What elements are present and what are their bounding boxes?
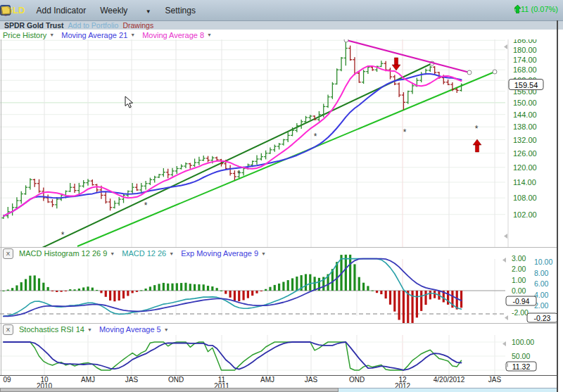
ma21-dropdown[interactable]: Moving Average 21▼ [61, 31, 135, 39]
ohlc-bars [1, 41, 463, 219]
chevron-down-icon[interactable]: ▼ [207, 32, 212, 37]
svg-text:10.00: 10.00 [534, 258, 552, 266]
add-to-portfolio-link[interactable]: Add to Portfolio [68, 21, 119, 30]
drawings-link[interactable]: Drawings [122, 21, 153, 30]
stoch-axis: 100.0050.0011.32 [502, 338, 536, 371]
svg-text:120.00: 120.00 [513, 163, 537, 172]
price-panel-header: Price History▼ Moving Average 21▼ Moving… [3, 30, 510, 39]
coins-icon[interactable] [223, 4, 235, 16]
ema9-dropdown[interactable]: Exp Moving Average 9▼ [181, 249, 266, 258]
svg-text:186.00: 186.00 [513, 39, 537, 44]
svg-text:114.00: 114.00 [513, 178, 536, 186]
svg-text:50.00: 50.00 [512, 352, 530, 360]
macd-histogram [2, 255, 462, 324]
camera-icon[interactable] [276, 4, 288, 16]
svg-text:132.00: 132.00 [513, 136, 537, 144]
time-scrollbar-thumb[interactable] [0, 388, 339, 392]
svg-text:8.00: 8.00 [534, 269, 549, 277]
chevron-down-icon[interactable]: ▼ [130, 32, 135, 37]
svg-text:*: * [475, 124, 479, 134]
macd-panel-header: X MACD Histogram 12 26 9▼ MACD 12 26▼ Ex… [0, 248, 507, 258]
svg-text:180.00: 180.00 [513, 46, 537, 54]
alarm-icon[interactable] [205, 4, 217, 16]
svg-text:168.00: 168.00 [513, 65, 537, 74]
settings-button[interactable]: Settings [158, 6, 203, 15]
up-arrow-icon [514, 5, 521, 13]
stoch-rsi-dropdown[interactable]: Stochastics RSI 14▼ [19, 325, 92, 334]
svg-text:144.00: 144.00 [513, 110, 537, 119]
svg-text:*: * [403, 127, 407, 137]
moving-averages [4, 66, 462, 216]
time-axis-label: OND [168, 376, 184, 384]
trendlines-support[interactable] [42, 61, 497, 247]
charting-app-window: GLD Add Indicator Weekly ▼ Settings [0, 0, 563, 392]
time-axis: 09102010AMJJASOND112011AMJJASOND1220124/… [0, 375, 558, 388]
symbol-fullname: SPDR Gold Trust [4, 21, 64, 30]
svg-text:102.00: 102.00 [513, 210, 537, 219]
grid [0, 39, 508, 247]
window-right-border [557, 20, 558, 392]
price-history-dropdown[interactable]: Price History▼ [3, 31, 54, 39]
top-toolbar: GLD Add Indicator Weekly ▼ Settings [0, 0, 563, 21]
chevron-down-icon[interactable]: ▼ [146, 8, 151, 15]
macd-axis: 3.002.001.000.00-2.0010.008.006.004.002.… [502, 254, 557, 323]
svg-text:126.00: 126.00 [513, 149, 537, 158]
svg-text:100.00: 100.00 [512, 338, 534, 346]
price-chart-canvas[interactable]: ******186.00180.00174.00168.00162.00156.… [0, 39, 558, 247]
ma8-dropdown[interactable]: Moving Average 8▼ [142, 31, 212, 39]
chevron-down-icon[interactable]: ▼ [110, 251, 115, 256]
macd-histogram-dropdown[interactable]: MACD Histogram 12 26 9▼ [19, 249, 115, 258]
macd-lines [4, 259, 462, 317]
symbol-subbar: SPDR Gold Trust Add to Portfolio Drawing… [0, 21, 563, 30]
facebook-icon[interactable] [258, 4, 270, 16]
chevron-down-icon[interactable]: ▼ [49, 32, 54, 37]
twitter-icon[interactable] [241, 4, 253, 16]
svg-text:*: * [237, 169, 241, 179]
svg-text:1.00: 1.00 [512, 276, 526, 284]
time-axis-label: 09 [3, 376, 11, 383]
svg-text:0.00: 0.00 [512, 286, 526, 295]
svg-text:108.00: 108.00 [513, 194, 537, 202]
price-axis: 186.00180.00174.00168.00162.00156.00150.… [504, 39, 537, 239]
time-axis-label: JAS [488, 376, 501, 384]
chevron-down-icon[interactable]: ▼ [261, 251, 266, 256]
time-axis-label: 4/20/2012 [434, 376, 465, 384]
time-axis-label: AMJ [81, 376, 95, 384]
price-change: 0.11 (0.07%) [514, 5, 558, 13]
svg-text:150.00: 150.00 [513, 99, 537, 107]
timeframe-dropdown[interactable]: Weekly ▼ [93, 6, 158, 15]
svg-text:*: * [144, 201, 148, 210]
svg-text:2.00: 2.00 [512, 265, 526, 273]
macd-chart-canvas[interactable]: 3.002.001.000.00-2.0010.008.006.004.002.… [0, 247, 558, 324]
svg-text:159.54: 159.54 [514, 81, 538, 89]
add-indicator-button[interactable]: Add Indicator [29, 6, 93, 15]
svg-text:-0.23: -0.23 [534, 314, 551, 322]
timeframe-value: Weekly [100, 6, 127, 15]
notes-icon[interactable] [293, 4, 305, 16]
svg-text:11.32: 11.32 [512, 362, 531, 371]
chevron-down-icon[interactable]: ▼ [164, 327, 169, 332]
time-axis-label: OND [349, 376, 365, 384]
grid [0, 248, 505, 324]
svg-text:138.00: 138.00 [513, 122, 537, 131]
svg-text:*: * [314, 132, 317, 141]
svg-text:*: * [61, 230, 65, 240]
stoch-ma5-dropdown[interactable]: Moving Average 5▼ [99, 325, 169, 334]
time-axis-label: JAS [305, 376, 317, 384]
trendline-resistance[interactable] [344, 39, 472, 75]
last-price-badge: 159.54 [509, 80, 543, 90]
macd-line-dropdown[interactable]: MACD 12 26▼ [122, 249, 174, 258]
svg-text:174.00: 174.00 [513, 56, 537, 64]
svg-text:3.00: 3.00 [512, 254, 526, 263]
svg-text:-2.00: -2.00 [512, 308, 529, 317]
close-macd-button[interactable]: X [3, 248, 13, 259]
time-axis-label: AMJ [260, 376, 274, 384]
svg-text:6.00: 6.00 [534, 279, 549, 288]
time-axis-label: JAS [125, 376, 138, 384]
stoch-panel-header: X Stochastics RSI 14▼ Moving Average 5▼ [0, 324, 507, 334]
svg-text:-0.94: -0.94 [513, 297, 530, 305]
chevron-down-icon[interactable]: ▼ [169, 251, 174, 256]
chevron-down-icon[interactable]: ▼ [87, 327, 92, 332]
close-stoch-button[interactable]: X [3, 324, 13, 335]
